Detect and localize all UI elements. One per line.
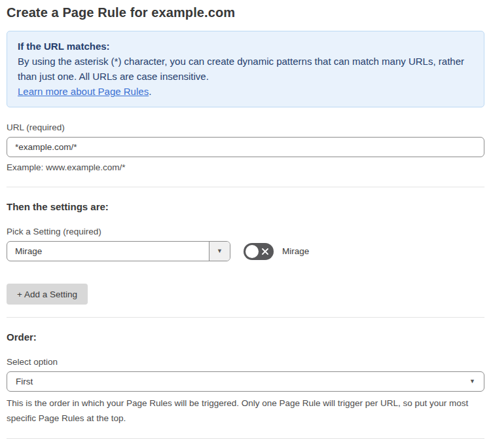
url-matches-info-box: If the URL matches: By using the asteris… bbox=[7, 31, 484, 107]
mirage-toggle[interactable] bbox=[244, 243, 274, 260]
order-select-value: First bbox=[16, 377, 469, 386]
setting-select[interactable]: Mirage ▼ bbox=[7, 241, 230, 261]
toggle-x-icon bbox=[260, 246, 270, 257]
setting-select-arrow-button[interactable]: ▼ bbox=[209, 242, 230, 261]
page-title: Create a Page Rule for example.com bbox=[7, 5, 484, 20]
section-divider bbox=[7, 438, 484, 439]
link-suffix: . bbox=[149, 86, 151, 97]
info-box-body: By using the asterisk (*) character, you… bbox=[18, 54, 473, 84]
add-setting-button[interactable]: + Add a Setting bbox=[7, 284, 88, 305]
url-input[interactable] bbox=[7, 137, 484, 157]
info-box-link-line: Learn more about Page Rules. bbox=[18, 84, 473, 99]
url-field-group: URL (required) Example: www.example.com/… bbox=[7, 122, 484, 174]
learn-more-link[interactable]: Learn more about Page Rules bbox=[18, 86, 149, 97]
pick-setting-label: Pick a Setting (required) bbox=[7, 227, 484, 236]
info-box-heading: If the URL matches: bbox=[18, 39, 473, 54]
caret-down-icon: ▼ bbox=[469, 379, 475, 384]
toggle-label: Mirage bbox=[282, 246, 309, 256]
order-help-text: This is the order in which your Page Rul… bbox=[7, 396, 484, 426]
section-divider bbox=[7, 317, 484, 318]
select-option-label: Select option bbox=[7, 357, 484, 367]
url-example-text: Example: www.example.com/* bbox=[7, 161, 484, 174]
toggle-knob bbox=[245, 245, 259, 258]
setting-select-value: Mirage bbox=[7, 242, 209, 261]
order-select[interactable]: First ▼ bbox=[7, 371, 484, 392]
section-divider bbox=[7, 187, 484, 187]
dropdown-arrow-icon: ▼ bbox=[217, 248, 223, 254]
setting-row: Mirage ▼ Mirage bbox=[7, 241, 484, 261]
order-heading: Order: bbox=[7, 331, 484, 343]
url-label: URL (required) bbox=[7, 122, 484, 132]
settings-heading: Then the settings are: bbox=[7, 201, 484, 212]
